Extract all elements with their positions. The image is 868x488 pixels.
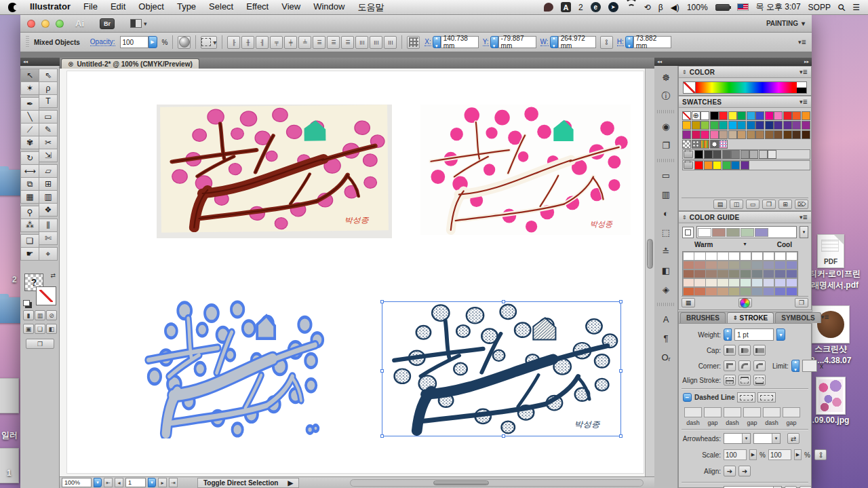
none-swatch[interactable] bbox=[684, 82, 696, 93]
bluetooth-icon[interactable]: β bbox=[658, 3, 663, 12]
swatch[interactable] bbox=[704, 150, 713, 159]
dash-gap-field[interactable] bbox=[763, 407, 781, 417]
swatch[interactable] bbox=[737, 130, 746, 139]
variation-swatch[interactable] bbox=[683, 252, 694, 261]
swatch-libraries-button[interactable]: ▤ bbox=[713, 200, 727, 209]
document-tab[interactable]: ⊗ Untitled-2* @ 100% (CMYK/Preview) bbox=[61, 58, 199, 69]
field-stepper[interactable] bbox=[625, 36, 633, 48]
paragraph-panel-icon[interactable]: ¶ bbox=[658, 331, 674, 345]
swatch[interactable] bbox=[783, 111, 792, 120]
panel-menu-icon[interactable]: ▾≣ bbox=[800, 98, 808, 105]
swatch[interactable] bbox=[747, 130, 755, 139]
variation-swatch[interactable] bbox=[728, 261, 740, 270]
blend-tool[interactable]: ❖ bbox=[39, 203, 58, 217]
style-button[interactable] bbox=[178, 36, 191, 49]
butt-cap-button[interactable] bbox=[724, 345, 736, 356]
dash-gap-field[interactable] bbox=[684, 407, 702, 417]
color-spectrum[interactable] bbox=[683, 81, 807, 94]
swatch[interactable] bbox=[692, 121, 701, 130]
swatch[interactable] bbox=[682, 121, 691, 130]
flag-icon[interactable] bbox=[737, 3, 749, 11]
spotlight-icon[interactable]: ⚲ bbox=[835, 1, 848, 14]
variation-swatch[interactable] bbox=[694, 269, 705, 279]
collapse-panel-icon[interactable]: ⇕ bbox=[682, 69, 687, 75]
swatch[interactable] bbox=[768, 150, 776, 159]
opacity-link[interactable]: Opacity: bbox=[90, 38, 115, 46]
limit-color-group-button[interactable]: ▦ bbox=[682, 298, 695, 307]
align-vertical-bottom-button[interactable]: ╧ bbox=[298, 36, 311, 49]
swatch[interactable] bbox=[728, 121, 737, 130]
swatch[interactable] bbox=[692, 111, 701, 120]
notification-center-icon[interactable]: ☰ bbox=[852, 3, 860, 12]
swatch[interactable] bbox=[710, 111, 719, 120]
tab-brushes[interactable]: BRUSHES bbox=[680, 312, 726, 323]
swatch[interactable] bbox=[701, 130, 709, 139]
swatch[interactable] bbox=[722, 150, 731, 159]
menu-item-select[interactable]: Select bbox=[209, 1, 233, 14]
variation-swatch[interactable] bbox=[740, 269, 751, 279]
appearance-icon[interactable]: ◉ bbox=[658, 119, 674, 134]
swatch[interactable] bbox=[783, 130, 792, 139]
lasso-tool[interactable]: ρ bbox=[39, 81, 58, 95]
swatch[interactable] bbox=[747, 111, 755, 120]
dash-gap-field[interactable] bbox=[724, 407, 741, 417]
eyedropper-tool[interactable]: ⚲ bbox=[20, 206, 39, 219]
file-icon[interactable] bbox=[0, 448, 19, 483]
harmony-swatch[interactable] bbox=[698, 228, 711, 237]
zoom-level-field[interactable]: 100% bbox=[62, 478, 92, 487]
pathfinder-icon[interactable]: ◧ bbox=[658, 263, 674, 278]
rectangle-tool[interactable]: ▭ bbox=[39, 110, 58, 124]
arrowhead-start-select[interactable]: ▾ bbox=[724, 433, 751, 444]
panel-menu-icon[interactable]: ▾≣ bbox=[800, 69, 808, 75]
direct-selection-tool[interactable]: ⇖ bbox=[39, 69, 58, 82]
menu-item-object[interactable]: Object bbox=[138, 1, 164, 14]
wifi-icon[interactable] bbox=[626, 3, 637, 12]
document-setup-icon[interactable]: ⬚ bbox=[658, 225, 674, 240]
color-group-folder-icon[interactable] bbox=[684, 151, 693, 158]
artboard-dropdown-button[interactable]: ▼ bbox=[148, 478, 156, 487]
gradient-fill-button[interactable]: ▥ bbox=[35, 310, 45, 320]
artwork-original-photo[interactable]: 박성종 bbox=[157, 105, 392, 238]
harmony-swatch[interactable] bbox=[741, 228, 754, 237]
harmony-swatch[interactable] bbox=[726, 228, 740, 237]
variation-swatch[interactable] bbox=[705, 261, 717, 270]
swatch[interactable] bbox=[755, 121, 764, 130]
variation-swatch[interactable] bbox=[786, 278, 797, 288]
input-source-count[interactable]: 2 bbox=[578, 3, 583, 12]
swap-fill-stroke-icon[interactable]: ⇄ bbox=[50, 272, 56, 279]
opacity-dropdown-button[interactable]: ▶ bbox=[149, 36, 157, 48]
collapse-panel-icon[interactable]: ⇕ bbox=[733, 315, 738, 321]
scissors-tool[interactable]: ✂ bbox=[39, 136, 58, 149]
swatch[interactable] bbox=[774, 130, 783, 139]
color-panel-header[interactable]: ⇕ COLOR ▾≣ bbox=[679, 67, 811, 78]
scale-end-field[interactable]: 100 bbox=[768, 449, 791, 460]
previous-artboard-button[interactable]: ◂ bbox=[115, 478, 123, 487]
volume-icon[interactable]: ◀) bbox=[671, 3, 679, 12]
horizontal-scroll-thumb[interactable] bbox=[433, 481, 489, 485]
swatch[interactable] bbox=[694, 150, 703, 159]
draw-normal-button[interactable]: ▣ bbox=[23, 324, 34, 334]
control-bar-grip[interactable] bbox=[26, 36, 29, 48]
swatch[interactable] bbox=[774, 111, 783, 120]
swatch[interactable] bbox=[731, 161, 740, 170]
swatch[interactable] bbox=[710, 121, 719, 130]
swatch[interactable] bbox=[755, 111, 764, 120]
menu-item-view[interactable]: View bbox=[281, 1, 300, 14]
field-input[interactable]: 140.738 mm bbox=[441, 36, 479, 48]
link-scale-button[interactable]: ⚯ bbox=[814, 449, 827, 460]
scale-start-stepper[interactable]: ▶ bbox=[749, 449, 757, 460]
new-swatch-button[interactable]: ⊞ bbox=[778, 200, 792, 209]
collapse-panel-icon[interactable]: ⇕ bbox=[682, 214, 687, 221]
align-horizontal-right-button[interactable]: ╢ bbox=[256, 36, 269, 49]
swatch[interactable] bbox=[713, 150, 722, 159]
variation-swatch[interactable] bbox=[763, 269, 774, 279]
selection-handle[interactable] bbox=[380, 300, 384, 303]
round-cap-button[interactable] bbox=[738, 345, 751, 356]
tools-dock-header[interactable]: ◂◂ bbox=[20, 58, 60, 66]
stroke-swatch[interactable] bbox=[37, 287, 56, 305]
harmony-swatch[interactable] bbox=[712, 228, 726, 237]
weight-value[interactable]: 1 pt bbox=[734, 329, 774, 341]
align-dash-button[interactable] bbox=[757, 392, 776, 402]
limit-stepper[interactable] bbox=[791, 360, 800, 372]
variation-swatch[interactable] bbox=[717, 269, 728, 279]
